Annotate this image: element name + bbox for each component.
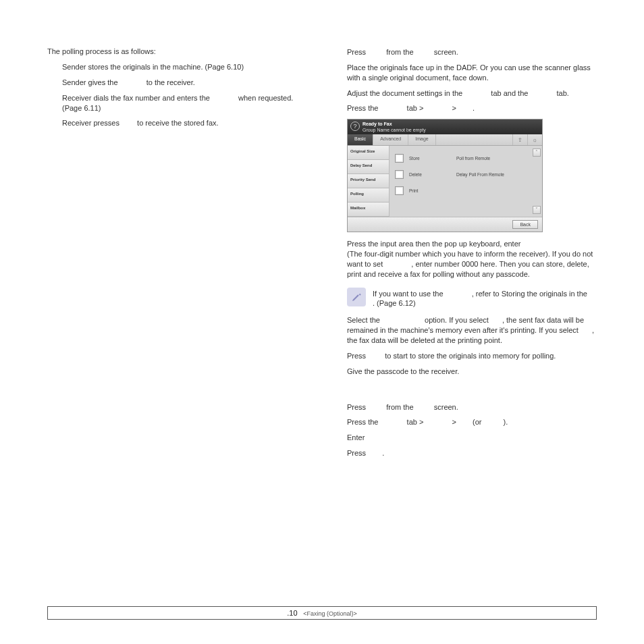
txt: ). (504, 418, 508, 426)
txt: tab > (407, 104, 426, 112)
txt: > (452, 104, 458, 112)
step-press-store: Press to start to store the originals in… (347, 351, 597, 361)
share-icon[interactable]: ⇪ (512, 134, 527, 145)
txt: Press the (347, 104, 381, 112)
step-give-passcode: Give the passcode to the receiver. (347, 367, 597, 377)
step-sender-stores: Sender stores the originals in the machi… (62, 62, 312, 72)
txt: Press (347, 48, 368, 56)
device-sidebar: Original Size Delay Send Priority Send P… (348, 146, 390, 217)
device-screenshot: ? Ready to Fax Group Name cannot be empt… (347, 119, 543, 232)
txt: tab and the (491, 89, 530, 97)
txt: option. If you select (425, 316, 491, 324)
device-main: Store Poll from Remote Delete Delay Poll… (390, 146, 533, 217)
txt: , refer to Storing the originals in the (472, 290, 587, 298)
page-footer: .10 <Faxing (Optional)> (47, 606, 597, 620)
txt: > (452, 418, 458, 426)
page-number: .10 (287, 609, 297, 617)
right-column: Press from the screen. Place the origina… (332, 47, 597, 464)
help-icon: ? (350, 122, 360, 131)
step2-enter: Enter (347, 433, 597, 443)
step-place-originals: Place the originals face up in the DADF.… (347, 63, 597, 83)
sidebar-original-size[interactable]: Original Size (348, 146, 389, 160)
left-column: The polling process is as follows: Sende… (47, 47, 312, 464)
txt: . (Page 6.12) (373, 299, 416, 307)
arrow-down-icon[interactable]: ˅ (533, 206, 541, 214)
txt: screen. (434, 48, 458, 56)
step-sender-gives: Sender gives the to the receiver. (62, 78, 312, 88)
tab-advanced[interactable]: Advanced (373, 134, 408, 145)
txt: Receiver presses (62, 119, 122, 127)
step-select-option: Select the option. If you select , the s… (347, 315, 597, 346)
sidebar-delay-send[interactable]: Delay Send (348, 160, 389, 174)
txt: tab. (557, 89, 569, 97)
step-receiver-presses: Receiver presses to receive the stored f… (62, 118, 312, 128)
step-press-tab: Press the tab > > . (347, 103, 597, 113)
txt: to the receiver. (146, 78, 195, 86)
txt: to start to store the originals into mem… (385, 352, 556, 360)
txt: If you want to use the (373, 290, 446, 298)
txt: from the (386, 403, 415, 411)
opt-delay-poll: Delay Poll From Remote (456, 172, 510, 177)
checkbox-print[interactable] (395, 186, 404, 195)
txt: Press (347, 449, 368, 457)
txt: Press (347, 403, 368, 411)
txt: Select the (347, 316, 382, 324)
txt: Press the (347, 418, 381, 426)
txt: from the (386, 48, 415, 56)
device-status: Ready to Fax (363, 122, 538, 127)
opt-poll-remote: Poll from Remote (456, 156, 498, 161)
intro-text: The polling process is as follows: (47, 47, 312, 55)
sidebar-priority-send[interactable]: Priority Send (348, 174, 389, 188)
note-icon (347, 288, 366, 306)
step2-press-tab: Press the tab > > (or ). (347, 417, 597, 427)
opt-delete: Delete (409, 172, 451, 177)
back-button[interactable]: Back (512, 220, 538, 229)
checkbox-delete[interactable] (395, 170, 404, 179)
txt: Adjust the document settings in the (347, 89, 464, 97)
note-text: If you want to use the , refer to Storin… (373, 288, 587, 309)
device-tabs: Basic Advanced Image ⇪ ☼ (348, 134, 542, 146)
section-name: <Faxing (Optional)> (303, 610, 357, 617)
step-input-area: Press the input area then the pop up key… (347, 239, 597, 279)
txt: Receiver dials the fax number and enters… (62, 94, 212, 102)
step2-press-from: Press from the screen. (347, 402, 597, 412)
txt: . (473, 104, 475, 112)
tab-basic[interactable]: Basic (348, 134, 373, 145)
tab-image[interactable]: Image (408, 134, 435, 145)
scroll-arrows: ˄ ˅ (533, 146, 542, 217)
txt: Press (347, 352, 368, 360)
checkbox-store[interactable] (395, 154, 404, 163)
opt-store: Store (409, 156, 451, 161)
settings-icon[interactable]: ☼ (527, 134, 542, 145)
txt: Press the input area then the pop up key… (347, 240, 520, 248)
device-header: ? Ready to Fax Group Name cannot be empt… (348, 119, 542, 134)
txt: (or (473, 418, 484, 426)
info-note: If you want to use the , refer to Storin… (347, 288, 597, 309)
sidebar-mailbox[interactable]: Mailbox (348, 203, 389, 217)
step-press-from: Press from the screen. (347, 47, 597, 57)
txt: tab > (407, 418, 426, 426)
device-msg: Group Name cannot be empty (363, 128, 538, 133)
txt: Sender gives the (62, 78, 120, 86)
sidebar-polling[interactable]: Polling (348, 188, 389, 203)
step2-press: Press . (347, 448, 597, 458)
step-receiver-dials: Receiver dials the fax number and enters… (62, 93, 312, 113)
step-adjust: Adjust the document settings in the tab … (347, 88, 597, 99)
txt: to receive the stored fax. (137, 119, 218, 127)
txt: . (382, 449, 384, 457)
arrow-up-icon[interactable]: ˄ (533, 149, 541, 157)
txt: screen. (434, 403, 458, 411)
opt-print: Print (409, 188, 451, 193)
